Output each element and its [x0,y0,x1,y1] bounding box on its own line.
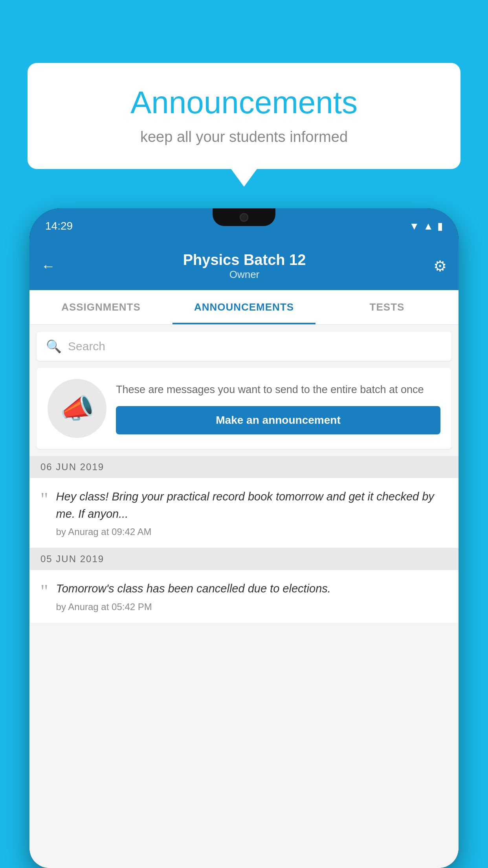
announcement-text-1: Hey class! Bring your practical record b… [56,488,448,522]
phone-camera [240,213,248,222]
tab-announcements[interactable]: ANNOUNCEMENTS [172,290,316,324]
speech-bubble: Announcements keep all your students inf… [28,63,460,169]
header-title-group: Physics Batch 12 Owner [183,252,306,281]
speech-bubble-subtitle: keep all your students informed [51,129,437,145]
quote-icon-1: " [40,490,48,509]
date-separator-2: 05 JUN 2019 [29,548,459,570]
phone-content: 🔍 Search 📣 These are messages you want t… [29,325,459,868]
phone-inner: ← Physics Batch 12 Owner ⚙ ASSIGNMENTS A… [29,244,459,868]
announcement-text-group-1: Hey class! Bring your practical record b… [56,488,448,537]
quote-icon-2: " [40,582,48,601]
status-icons: ▼ ▲ ▮ [409,220,443,232]
search-placeholder: Search [68,340,105,353]
promo-right: These are messages you want to send to t… [116,383,440,434]
phone-frame: 14:29 ▼ ▲ ▮ ← Physics Batch 12 Owner ⚙ A… [29,208,459,868]
announcement-item-2[interactable]: " Tomorrow's class has been cancelled du… [29,570,459,623]
make-announcement-button[interactable]: Make an announcement [116,406,440,434]
speech-bubble-title: Announcements [51,85,437,121]
back-button[interactable]: ← [41,258,55,274]
announcement-item-1[interactable]: " Hey class! Bring your practical record… [29,478,459,548]
announcement-meta-2: by Anurag at 05:42 PM [56,601,448,612]
announcement-meta-1: by Anurag at 09:42 AM [56,526,448,537]
speech-bubble-container: Announcements keep all your students inf… [28,63,460,169]
announcement-text-group-2: Tomorrow's class has been cancelled due … [56,580,448,612]
megaphone-icon: 📣 [60,392,94,425]
settings-icon[interactable]: ⚙ [433,257,447,275]
wifi-icon: ▼ [409,220,420,232]
status-time: 14:29 [45,220,73,232]
promo-description: These are messages you want to send to t… [116,383,440,397]
search-bar[interactable]: 🔍 Search [37,332,451,361]
app-header: ← Physics Batch 12 Owner ⚙ [29,244,459,290]
promo-icon-circle: 📣 [48,379,106,438]
announcement-text-2: Tomorrow's class has been cancelled due … [56,580,448,598]
tab-assignments[interactable]: ASSIGNMENTS [29,290,172,324]
owner-label: Owner [183,268,306,281]
search-icon: 🔍 [46,339,62,354]
tabs-container: ASSIGNMENTS ANNOUNCEMENTS TESTS [29,290,459,325]
status-bar: 14:29 ▼ ▲ ▮ [29,208,459,244]
battery-icon: ▮ [437,220,443,232]
phone-notch [213,208,275,226]
promo-card: 📣 These are messages you want to send to… [37,368,451,449]
batch-title: Physics Batch 12 [183,252,306,268]
tab-tests[interactable]: TESTS [316,290,459,324]
date-separator-1: 06 JUN 2019 [29,456,459,478]
signal-icon: ▲ [423,220,433,232]
